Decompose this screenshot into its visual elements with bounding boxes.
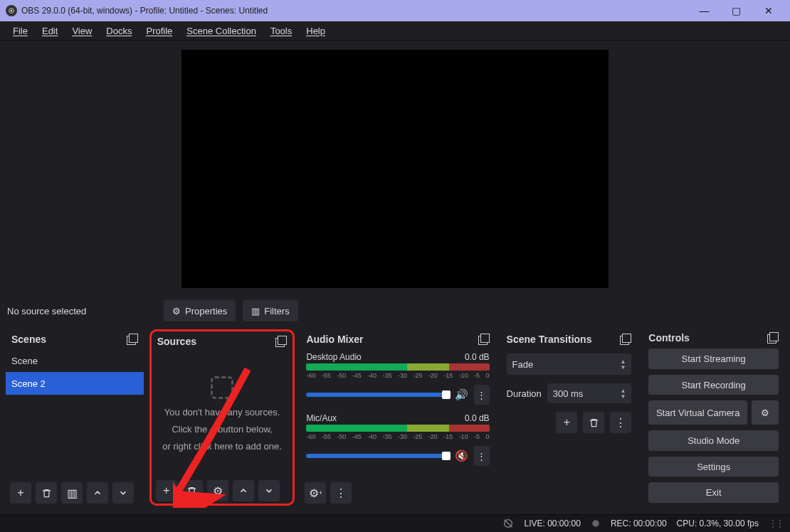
controls-title: Controls xyxy=(648,332,690,344)
sources-header: Sources xyxy=(152,331,293,351)
status-rec-icon xyxy=(591,518,601,528)
svg-point-2 xyxy=(11,10,13,12)
meter-scale: -60-55-50-45-40-35-30-25-20-15-10-50 xyxy=(306,372,489,379)
volume-slider[interactable] xyxy=(306,454,448,458)
duration-label: Duration xyxy=(507,388,542,399)
studio-mode-button[interactable]: Studio Mode xyxy=(648,430,779,451)
duration-value: 300 ms xyxy=(553,388,584,399)
start-virtual-camera-button[interactable]: Start Virtual Camera xyxy=(648,400,747,425)
source-down-button[interactable] xyxy=(258,480,280,501)
add-transition-button[interactable]: + xyxy=(556,412,577,433)
popout-icon[interactable] xyxy=(275,336,287,347)
status-rec-text: REC: 00:00:00 xyxy=(611,518,667,528)
scene-item[interactable]: Scene 2 xyxy=(6,372,144,395)
status-grip-icon[interactable]: ⋮⋮ xyxy=(769,518,783,528)
scene-item[interactable]: Scene xyxy=(6,349,144,372)
menu-tools[interactable]: Tools xyxy=(263,24,299,38)
transition-more-button[interactable]: ⋮ xyxy=(610,412,631,433)
channel-name: Desktop Audio xyxy=(306,352,361,362)
sources-dock: Sources You don't have any sources. Clic… xyxy=(149,329,295,506)
sources-empty-line2: Click the + button below, xyxy=(172,423,272,436)
menubar: File Edit View Docks Profile Scene Colle… xyxy=(0,21,790,41)
sources-toolbar: + ⚙ xyxy=(152,478,293,504)
mixer-channel: Mic/Aux0.0 dB-60-55-50-45-40-35-30-25-20… xyxy=(300,410,495,472)
channel-more-button[interactable]: ⋮ xyxy=(474,385,490,405)
filters-icon: ▥ xyxy=(251,306,260,316)
sources-empty-line1: You don't have any sources. xyxy=(164,406,280,419)
no-source-label: No source selected xyxy=(7,306,157,316)
scenes-title: Scenes xyxy=(11,334,46,345)
minimize-button[interactable]: — xyxy=(688,0,720,21)
filters-button[interactable]: ▥ Filters xyxy=(243,300,297,321)
exit-button[interactable]: Exit xyxy=(648,482,779,503)
scenes-toolbar: + ▥ xyxy=(6,480,144,506)
channel-db: 0.0 dB xyxy=(465,413,490,423)
remove-transition-button[interactable] xyxy=(583,412,604,433)
start-streaming-button[interactable]: Start Streaming xyxy=(648,349,779,369)
maximize-button[interactable]: ▢ xyxy=(720,0,752,21)
audio-mixer-dock: Audio Mixer Desktop Audio0.0 dB-60-55-50… xyxy=(300,329,495,506)
mute-icon[interactable]: 🔇 xyxy=(455,449,468,462)
empty-placeholder-icon xyxy=(211,376,233,399)
menu-scene-collection[interactable]: Scene Collection xyxy=(179,24,263,38)
controls-dock: Controls Start Streaming Start Recording… xyxy=(643,329,784,506)
sources-empty-line3: or right click here to add one. xyxy=(162,440,282,453)
updown-icon: ▲▼ xyxy=(620,388,626,399)
source-properties-button[interactable]: ⚙ xyxy=(207,480,228,501)
start-recording-button[interactable]: Start Recording xyxy=(648,375,779,395)
menu-file[interactable]: File xyxy=(6,24,35,38)
obs-app-icon xyxy=(6,5,17,16)
popout-icon[interactable] xyxy=(767,332,779,344)
transition-select[interactable]: Fade ▲▼ xyxy=(507,353,632,375)
mixer-settings-button[interactable]: ⚙+ xyxy=(305,482,326,504)
popout-icon[interactable] xyxy=(478,334,490,345)
status-live-text: LIVE: 00:00:00 xyxy=(524,518,580,528)
mixer-channel: Desktop Audio0.0 dB-60-55-50-45-40-35-30… xyxy=(300,349,495,410)
popout-icon[interactable] xyxy=(127,334,138,345)
popout-icon[interactable] xyxy=(620,334,631,345)
mixer-title: Audio Mixer xyxy=(306,334,363,345)
transitions-title: Scene Transitions xyxy=(507,334,592,345)
source-info-row: No source selected ⚙ Properties ▥ Filter… xyxy=(0,297,790,325)
settings-button[interactable]: Settings xyxy=(648,457,779,477)
mixer-header: Audio Mixer xyxy=(300,329,495,349)
mixer-body: Desktop Audio0.0 dB-60-55-50-45-40-35-30… xyxy=(300,349,495,480)
source-up-button[interactable] xyxy=(233,480,254,501)
channel-more-button[interactable]: ⋮ xyxy=(474,446,490,466)
close-button[interactable]: ✕ xyxy=(752,0,784,21)
scene-up-button[interactable] xyxy=(87,482,108,504)
properties-label: Properties xyxy=(185,306,227,316)
volume-slider[interactable] xyxy=(306,393,448,397)
sources-title: Sources xyxy=(157,336,196,347)
add-source-button[interactable]: + xyxy=(156,480,177,501)
duration-input[interactable]: 300 ms ▲▼ xyxy=(547,383,632,403)
mixer-more-button[interactable]: ⋮ xyxy=(330,482,352,504)
menu-profile[interactable]: Profile xyxy=(139,24,179,38)
remove-source-button[interactable] xyxy=(181,480,203,501)
virtual-camera-settings-button[interactable]: ⚙ xyxy=(752,400,779,425)
menu-edit[interactable]: Edit xyxy=(35,24,65,38)
titlebar: OBS 29.0.0 (64-bit, windows) - Profile: … xyxy=(0,0,790,21)
channel-db: 0.0 dB xyxy=(465,352,490,362)
remove-scene-button[interactable] xyxy=(36,482,57,504)
menu-docks[interactable]: Docks xyxy=(99,24,139,38)
menu-view[interactable]: View xyxy=(65,24,99,38)
sources-body[interactable]: You don't have any sources. Click the + … xyxy=(152,351,293,478)
menu-help[interactable]: Help xyxy=(299,24,332,38)
transition-duration-row: Duration 300 ms ▲▼ xyxy=(501,379,638,408)
add-scene-button[interactable]: + xyxy=(10,482,31,504)
scene-down-button[interactable] xyxy=(112,482,134,504)
status-rec: REC: 00:00:00 xyxy=(611,518,667,528)
sources-empty-state: You don't have any sources. Click the + … xyxy=(152,351,293,478)
scenes-list[interactable]: SceneScene 2 xyxy=(6,349,144,480)
status-network-icon xyxy=(502,518,514,529)
volume-meter xyxy=(306,425,489,432)
controls-header: Controls xyxy=(643,329,784,346)
preview-canvas[interactable] xyxy=(181,50,609,288)
properties-button[interactable]: ⚙ Properties xyxy=(164,300,236,321)
gear-icon: ⚙ xyxy=(172,306,181,316)
speaker-icon[interactable]: 🔊 xyxy=(455,388,468,401)
scene-filters-button[interactable]: ▥ xyxy=(61,482,83,504)
transitions-dock: Scene Transitions Fade ▲▼ Duration 300 m… xyxy=(501,329,638,506)
scenes-dock: Scenes SceneScene 2 + ▥ xyxy=(6,329,144,506)
